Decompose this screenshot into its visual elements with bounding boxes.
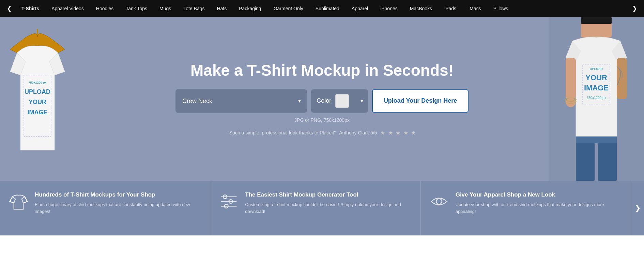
svg-text:YOUR: YOUR — [29, 99, 46, 105]
svg-text:750x1200 px: 750x1200 px — [586, 96, 606, 100]
tshirt-hanger-svg: 750x1200 px UPLOAD YOUR IMAGE — [7, 27, 68, 171]
nav-next-arrow[interactable]: ❯ — [629, 5, 641, 12]
feature-text-2: Give Your Apparel Shop a New Look Update… — [456, 191, 623, 215]
nav-item-imacs[interactable]: iMacs — [462, 0, 487, 17]
nav-item-iphones[interactable]: iPhones — [374, 0, 404, 17]
svg-text:IMAGE: IMAGE — [27, 109, 47, 116]
nav-item-apparel-videos[interactable]: Apparel Videos — [45, 0, 90, 17]
review-stars: ★ ★ ★ ★ ★ — [380, 130, 416, 136]
nav-item-apparel[interactable]: Apparel — [346, 0, 374, 17]
hero-title: Make a T-Shirt Mockup in Seconds! — [175, 62, 469, 79]
nav-item-hats[interactable]: Hats — [211, 0, 233, 17]
feature-desc-1: Customizing a t-shirt mockup couldn't be… — [245, 201, 412, 215]
nav-item-tank-tops[interactable]: Tank Tops — [120, 0, 153, 17]
feature-item-2: Give Your Apparel Shop a New Look Update… — [421, 181, 631, 235]
color-swatch[interactable] — [335, 94, 349, 108]
svg-rect-15 — [566, 58, 576, 99]
hero-subtext: JPG or PNG, 750x1200px — [175, 117, 469, 123]
hero-center-content: Make a T-Shirt Mockup in Seconds! Crew N… — [169, 62, 475, 136]
svg-text:IMAGE: IMAGE — [584, 84, 609, 92]
feature-title-2: Give Your Apparel Shop a New Look — [456, 191, 623, 199]
nav-item-mugs[interactable]: Mugs — [153, 0, 177, 17]
svg-text:UPLOAD: UPLOAD — [590, 67, 603, 71]
svg-text:YOUR: YOUR — [585, 73, 607, 82]
feature-title-1: The Easiest Shirt Mockup Generator Tool — [245, 191, 412, 199]
svg-rect-8 — [581, 17, 612, 24]
nav-item-hoodies[interactable]: Hoodies — [90, 0, 120, 17]
nav-item-macbooks[interactable]: MacBooks — [404, 0, 438, 17]
feature-item-1: The Easiest Shirt Mockup Generator Tool … — [210, 181, 420, 235]
feature-title-0: Hundreds of T-Shirt Mockups for Your Sho… — [35, 191, 202, 199]
navigation-bar: ❮ T-ShirtsApparel VideosHoodiesTank Tops… — [0, 0, 644, 17]
sliders-icon — [218, 191, 239, 212]
style-dropdown-wrapper[interactable]: Crew NeckV-NeckLong SleeveTank TopPolo ▾ — [175, 89, 307, 113]
feature-desc-2: Update your shop with on-trend shirt moc… — [456, 201, 623, 215]
features-section: Hundreds of T-Shirt Mockups for Your Sho… — [0, 181, 644, 235]
svg-text:UPLOAD: UPLOAD — [25, 88, 50, 95]
review-text: "Such a simple, professional look thanks… — [228, 130, 336, 135]
color-arrow: ▾ — [361, 98, 363, 104]
svg-point-29 — [436, 199, 442, 204]
hero-review: "Such a simple, professional look thanks… — [175, 130, 469, 136]
nav-item-ipads[interactable]: iPads — [438, 0, 462, 17]
review-author: Anthony Clark 5/5 — [339, 130, 377, 135]
hero-controls: Crew NeckV-NeckLong SleeveTank TopPolo ▾… — [175, 89, 469, 113]
features-next-arrow[interactable]: ❯ — [631, 181, 644, 235]
tshirt-icon — [8, 191, 29, 212]
svg-rect-19 — [576, 136, 617, 143]
nav-prev-arrow[interactable]: ❮ — [3, 5, 15, 12]
feature-item-0: Hundreds of T-Shirt Mockups for Your Sho… — [0, 181, 210, 235]
hero-left-tshirt: 750x1200 px UPLOAD YOUR IMAGE — [0, 17, 75, 181]
feature-text-0: Hundreds of T-Shirt Mockups for Your Sho… — [35, 191, 202, 215]
upload-button[interactable]: Upload Your Design Here — [372, 89, 469, 113]
nav-item-garment-only[interactable]: Garment Only — [267, 0, 309, 17]
svg-point-20 — [566, 98, 576, 107]
svg-text:750x1200 px: 750x1200 px — [28, 81, 46, 84]
style-dropdown[interactable]: Crew NeckV-NeckLong SleeveTank TopPolo — [182, 98, 300, 104]
nav-item-sublimated[interactable]: Sublimated — [309, 0, 346, 17]
color-picker-wrapper[interactable]: Color ▾ — [311, 89, 368, 113]
nav-item-packaging[interactable]: Packaging — [233, 0, 267, 17]
feature-text-1: The Easiest Shirt Mockup Generator Tool … — [245, 191, 412, 215]
nav-items-list: T-ShirtsApparel VideosHoodiesTank TopsMu… — [15, 0, 629, 17]
eye-icon — [429, 191, 449, 212]
hero-right-person: UPLOAD YOUR IMAGE 750x1200 px — [549, 17, 644, 181]
feature-desc-0: Find a huge library of shirt mockups tha… — [35, 201, 202, 215]
nav-item-tote-bags[interactable]: Tote Bags — [177, 0, 211, 17]
nav-item-pillows[interactable]: Pillows — [487, 0, 515, 17]
color-label: Color — [317, 97, 331, 104]
hero-section: 750x1200 px UPLOAD YOUR IMAGE Make a T-S… — [0, 17, 644, 181]
nav-item-t-shirts[interactable]: T-Shirts — [15, 0, 45, 17]
person-svg: UPLOAD YOUR IMAGE 750x1200 px — [549, 17, 644, 181]
